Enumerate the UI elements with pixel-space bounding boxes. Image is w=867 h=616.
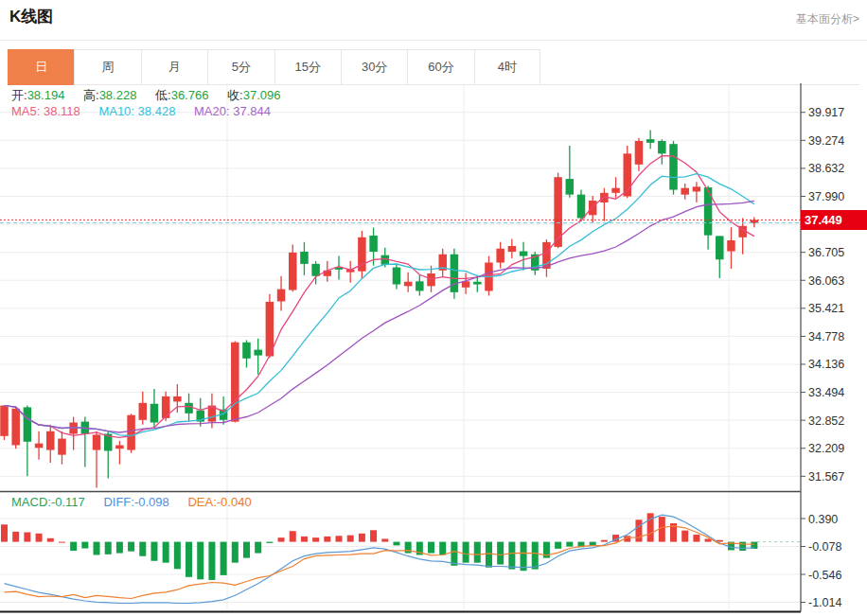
low-value: 36.766 <box>171 88 209 102</box>
tab-7[interactable]: 4时 <box>474 49 540 85</box>
svg-text:31.567: 31.567 <box>808 470 844 484</box>
svg-text:32.852: 32.852 <box>808 414 844 428</box>
svg-text:32.209: 32.209 <box>808 442 844 455</box>
dea-line <box>5 526 754 599</box>
close-value: 37.096 <box>243 88 281 102</box>
svg-text:0.390: 0.390 <box>808 513 838 526</box>
svg-text:34.778: 34.778 <box>808 330 844 343</box>
current-price-badge: 37.449 <box>801 210 867 230</box>
ma10-label: MA10: <box>98 104 134 118</box>
svg-text:33.494: 33.494 <box>808 386 844 399</box>
y-axis-labels: 39.91739.27438.63237.99036.70536.06335.4… <box>801 106 844 609</box>
high-value: 38.228 <box>99 88 137 102</box>
svg-text:-0.078: -0.078 <box>808 540 841 554</box>
ma20-line <box>5 201 754 432</box>
dea-value: -0.040 <box>217 495 252 509</box>
dea-label: DEA: <box>187 495 216 509</box>
interval-tab-bar: 日周月5分15分30分60分4时 <box>8 49 859 85</box>
tab-4[interactable]: 15分 <box>274 49 341 85</box>
svg-text:34.136: 34.136 <box>808 358 844 371</box>
ohlc-legend: 开:38.194 高:38.228 低:36.766 收:37.096 <box>11 87 295 104</box>
tab-5[interactable]: 30分 <box>341 49 407 85</box>
ma10-line <box>5 174 754 436</box>
frame <box>0 83 801 612</box>
page-title: K线图 <box>9 6 53 27</box>
candles <box>0 130 758 487</box>
grid <box>0 83 801 612</box>
reference-lines <box>0 220 801 222</box>
ma-legend: MA5: 38.118 MA10: 38.428 MA20: 37.844 <box>11 104 286 118</box>
close-label: 收: <box>227 88 243 102</box>
kline-page: K线图 基本面分析> 日周月5分15分30分60分4时 开:38.194 高:3… <box>0 0 867 616</box>
ma10-value: 38.428 <box>138 104 176 118</box>
header-divider <box>0 40 867 41</box>
macd-label: MACD: <box>11 495 51 509</box>
macd-lines <box>5 515 802 603</box>
ma20-label: MA20: <box>194 104 230 118</box>
svg-text:35.421: 35.421 <box>808 302 844 315</box>
svg-text:36.705: 36.705 <box>808 246 844 259</box>
svg-text:39.274: 39.274 <box>808 134 844 148</box>
ma20-value: 37.844 <box>233 104 271 118</box>
svg-text:36.063: 36.063 <box>808 274 844 288</box>
kline-chart[interactable]: 39.91739.27438.63237.99036.70536.06335.4… <box>0 83 867 613</box>
low-label: 低: <box>155 88 171 102</box>
tab-2[interactable]: 月 <box>141 49 207 85</box>
ma5-value: 38.118 <box>44 104 80 118</box>
tab-1[interactable]: 周 <box>74 49 140 85</box>
diff-value: -0.098 <box>134 495 169 509</box>
open-value: 38.194 <box>27 88 65 102</box>
ma5-line <box>5 156 754 438</box>
diff-label: DIFF: <box>103 495 134 509</box>
svg-text:38.632: 38.632 <box>808 162 844 175</box>
open-label: 开: <box>11 88 27 102</box>
macd-legend: MACD:-0.117 DIFF:-0.098 DEA:-0.040 <box>11 495 267 509</box>
high-label: 高: <box>83 88 99 102</box>
svg-text:-1.014: -1.014 <box>808 596 841 609</box>
svg-text:39.917: 39.917 <box>808 106 844 119</box>
fundamental-analysis-link[interactable]: 基本面分析> <box>796 11 859 27</box>
tab-0[interactable]: 日 <box>8 49 74 85</box>
tab-3[interactable]: 5分 <box>207 49 274 85</box>
tab-6[interactable]: 60分 <box>407 49 473 85</box>
svg-text:37.990: 37.990 <box>808 190 844 203</box>
svg-text:-0.546: -0.546 <box>808 569 841 582</box>
macd-value: -0.117 <box>51 495 85 509</box>
ma5-label: MA5: <box>11 104 40 118</box>
